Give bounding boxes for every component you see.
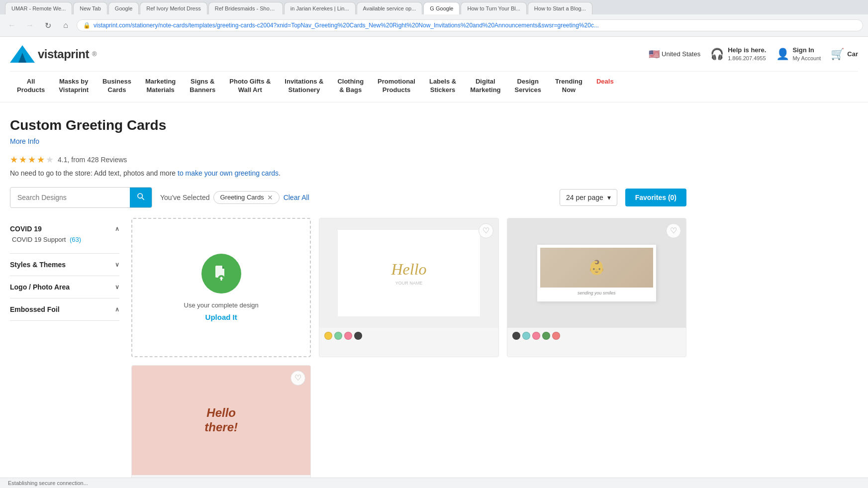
nav-marketing[interactable]: Marketing Materials — [138, 72, 183, 102]
card2-dot-1[interactable] — [512, 332, 520, 340]
search-icon — [137, 193, 145, 200]
forward-button[interactable]: → — [23, 18, 37, 32]
card2-dot-2[interactable] — [522, 332, 530, 340]
cart-section[interactable]: 🛒 Car — [831, 48, 858, 61]
nav-deals[interactable]: Deals — [589, 72, 621, 102]
description-pre: No need to go to the store: Add text, ph… — [10, 169, 176, 177]
logo-expand-icon: ∨ — [115, 284, 119, 291]
upload-link[interactable]: Upload It — [205, 313, 237, 321]
tab-umar[interactable]: UMAR - Remote We... — [5, 2, 72, 14]
upload-card[interactable]: Use your complete design Upload It — [131, 218, 311, 357]
color-dot-1[interactable] — [324, 332, 332, 340]
search-filter-bar: You've Selected Greeting Cards ✕ Clear A… — [10, 187, 686, 208]
nav-business-cards[interactable]: Business Cards — [96, 72, 138, 102]
hello-there-inner: Hellothere! — [194, 396, 248, 445]
sidebar-embossed-title[interactable]: Embossed Foil ∧ — [10, 305, 119, 313]
description-post: . — [279, 169, 281, 177]
nav-digital[interactable]: Digital Marketing — [463, 72, 507, 102]
filter-tag-remove[interactable]: ✕ — [267, 194, 273, 201]
help-text: Help is here. 1.866.207.4955 — [728, 46, 766, 62]
sidebar-section-styles: Styles & Themes ∨ — [10, 254, 119, 276]
upload-label: Use your complete design — [184, 301, 259, 309]
country-text: United States — [662, 50, 700, 58]
browser-tabs-bar: UMAR - Remote We... New Tab Google Ref I… — [0, 0, 868, 14]
main-nav: All Products Masks by Vistaprint Busines… — [10, 71, 858, 102]
product-card-1[interactable]: ♡ Hello YOUR NAME — [319, 218, 498, 357]
sidebar-covid-title[interactable]: COVID 19 ∧ — [10, 225, 119, 233]
sidebar: COVID 19 ∧ COVID 19 Support (63) Styles … — [10, 218, 119, 488]
chevron-down-icon: ▾ — [607, 194, 611, 201]
tab-jarian[interactable]: in Jarian Kerekes | Lin... — [284, 2, 356, 14]
main-layout: COVID 19 ∧ COVID 19 Support (63) Styles … — [10, 218, 686, 488]
tab-how-to-2[interactable]: How to Start a Blog... — [528, 2, 592, 14]
logo[interactable]: vistaprint® — [10, 43, 97, 65]
baby-photo: 👶 — [540, 248, 654, 288]
favorite-button-3[interactable]: ♡ — [290, 371, 305, 386]
description: No need to go to the store: Add text, ph… — [10, 169, 686, 177]
product-card-2[interactable]: ♡ 👶 sending you smiles — [507, 218, 686, 357]
nav-invitations[interactable]: Invitations & Stationery — [278, 72, 330, 102]
nav-labels[interactable]: Labels & Stickers — [422, 72, 463, 102]
back-button[interactable]: ← — [5, 18, 19, 32]
tab-available[interactable]: Available service op... — [357, 2, 423, 14]
tab-vistaprint[interactable]: G Google — [423, 2, 460, 14]
refresh-button[interactable]: ↻ — [41, 18, 55, 32]
nav-photo-gifts[interactable]: Photo Gifts & Wall Art — [222, 72, 278, 102]
url-bar[interactable]: 🔒 vistaprint.com/stationery/note-cards/t… — [77, 19, 863, 31]
signin-section[interactable]: 👤 Sign In My Account — [776, 46, 821, 62]
sidebar-section-covid: COVID 19 ∧ COVID 19 Support (63) — [10, 218, 119, 254]
color-dot-4[interactable] — [354, 332, 362, 340]
favorites-button[interactable]: Favorites (0) — [625, 189, 686, 206]
home-button[interactable]: ⌂ — [59, 18, 73, 32]
sidebar-logo-title[interactable]: Logo / Photo Area ∨ — [10, 283, 119, 291]
sidebar-styles-title[interactable]: Styles & Themes ∨ — [10, 261, 119, 269]
star-3: ★ — [28, 154, 36, 165]
search-button[interactable] — [130, 188, 152, 207]
status-bar: Establishing secure connection... — [0, 478, 868, 488]
tab-how-to-1[interactable]: How to Turn Your Bl... — [461, 2, 526, 14]
nav-design-services[interactable]: Design Services — [508, 72, 549, 102]
help-title: Help is here. — [728, 46, 766, 55]
sidebar-item-covid-support[interactable]: COVID 19 Support (63) — [10, 233, 119, 246]
hello-there-text: Hellothere! — [204, 406, 238, 435]
nav-all-products[interactable]: All Products — [10, 72, 52, 102]
more-info-link[interactable]: More Info — [10, 137, 39, 145]
nav-clothing[interactable]: Clothing & Bags — [330, 72, 371, 102]
hello-card-inner: Hello YOUR NAME — [337, 229, 480, 317]
favorite-button-1[interactable]: ♡ — [479, 223, 493, 238]
card2-dot-3[interactable] — [532, 332, 540, 340]
clear-all-link[interactable]: Clear All — [284, 194, 309, 201]
color-dot-3[interactable] — [344, 332, 352, 340]
tab-google-1[interactable]: Google — [108, 2, 139, 14]
per-page-select[interactable]: 24 per page ▾ — [560, 189, 617, 206]
svg-line-4 — [142, 197, 144, 200]
selected-section: You've Selected Greeting Cards ✕ Clear A… — [160, 191, 309, 204]
product-card-3[interactable]: ♡ Hellothere! — [131, 365, 311, 488]
card2-dot-4[interactable] — [542, 332, 550, 340]
favorite-button-2[interactable]: ♡ — [666, 223, 681, 238]
rating-row: ★ ★ ★ ★ ★ 4.1, from 428 Reviews — [10, 154, 686, 165]
search-input[interactable] — [10, 189, 130, 206]
search-box — [10, 187, 152, 208]
upload-circle — [201, 254, 241, 293]
card2-dot-5[interactable] — [552, 332, 560, 340]
description-link[interactable]: to make your own greeting cards — [176, 169, 279, 177]
nav-trending[interactable]: Trending Now — [548, 72, 589, 102]
headset-icon: 🎧 — [710, 48, 724, 61]
styles-label: Styles & Themes — [10, 261, 66, 269]
nav-promotional[interactable]: Promotional Products — [371, 72, 422, 102]
nav-masks[interactable]: Masks by Vistaprint — [52, 72, 96, 102]
tab-ivory-merlot[interactable]: Ref Ivory Merlot Dress — [140, 2, 207, 14]
tab-bridesmaids[interactable]: Ref Bridesmaids - Shop... — [208, 2, 283, 14]
hello-text: Hello — [391, 260, 426, 279]
country-badge[interactable]: 🇺🇸 United States — [649, 49, 700, 60]
card-1-image: Hello YOUR NAME — [319, 218, 498, 328]
signin-text: Sign In My Account — [792, 46, 821, 62]
tab-new-tab[interactable]: New Tab — [73, 2, 107, 14]
nav-signs[interactable]: Signs & Banners — [183, 72, 222, 102]
embossed-label: Embossed Foil — [10, 305, 60, 313]
site-header: vistaprint® 🇺🇸 United States 🎧 Help is h… — [0, 37, 868, 102]
sidebar-section-embossed: Embossed Foil ∧ — [10, 298, 119, 321]
color-dot-2[interactable] — [334, 332, 342, 340]
header-top: vistaprint® 🇺🇸 United States 🎧 Help is h… — [10, 37, 858, 71]
